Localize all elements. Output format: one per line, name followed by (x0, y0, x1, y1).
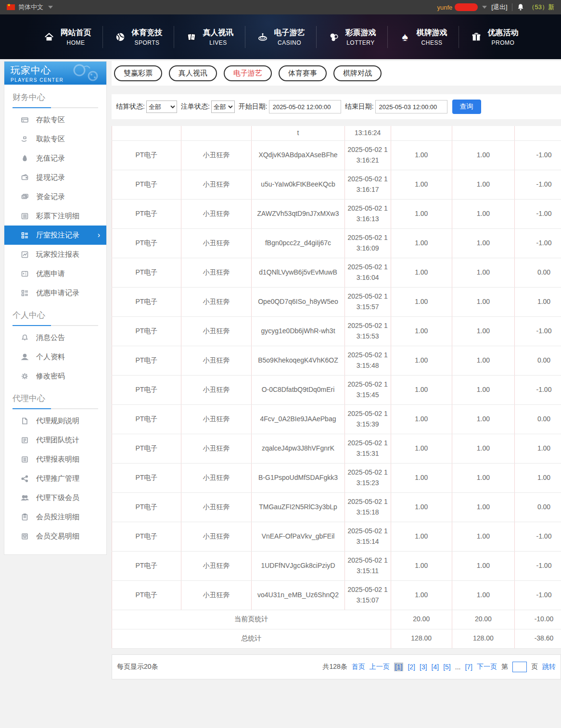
cell-win-loss: -1.00 (515, 228, 561, 258)
sidebar-item-label: 优惠申请 (36, 269, 65, 278)
cell-bet: 1.00 (391, 463, 452, 492)
gear-icon (21, 372, 29, 380)
cell-game: 小丑狂奔 (181, 375, 252, 404)
tab[interactable]: 体育赛事 (279, 65, 327, 81)
sidebar-item-label: 个人资料 (36, 352, 65, 362)
cell-game: 小丑狂奔 (181, 492, 252, 522)
jump-prefix: 第 (501, 663, 508, 671)
sidebar-item-label: 玩家投注报表 (36, 250, 79, 259)
nav-item-promo[interactable]: 优惠活动PROMO (459, 28, 530, 46)
jump-button[interactable]: 跳转 (542, 663, 556, 671)
cell-venue: PT电子 (112, 140, 181, 170)
nav-item-home[interactable]: 网站首页HOME (32, 28, 102, 46)
table-row: PT电子 小丑狂奔 TMGauZFI2N5RlC3y3bLp 2025-05-0… (112, 492, 561, 522)
sidebar-item[interactable]: 取款专区 (4, 129, 106, 149)
cell-datetime: 2025-05-02 13:15:39 (344, 404, 391, 434)
tab[interactable]: 电子游艺 (224, 65, 272, 81)
cell-datetime: 2025-05-02 13:15:07 (344, 580, 391, 610)
chess-icon: ♠ (399, 31, 411, 43)
tab[interactable]: 棋牌对战 (333, 65, 382, 81)
sidebar-item[interactable]: 代理团队统计 (4, 430, 106, 450)
sidebar-item[interactable]: 修改密码 (4, 366, 106, 386)
page-link[interactable]: [2] (408, 663, 415, 671)
sidebar-item[interactable]: 玩家投注报表 (4, 245, 106, 264)
sidebar-item[interactable]: 消息公告 (4, 328, 106, 347)
next-page-link[interactable]: 下一页 (477, 663, 497, 671)
cell-datetime: 2025-05-02 13:15:53 (344, 316, 391, 346)
sidebar-item[interactable]: 优惠申请 (4, 264, 106, 283)
table-row-partial: t 13:16:24 (112, 126, 561, 140)
page-link[interactable]: [3] (420, 663, 427, 671)
nav-label-en: LIVES (203, 39, 234, 46)
sidebar-item[interactable]: 厅室投注记录› (4, 226, 106, 245)
start-date-input[interactable] (269, 100, 341, 113)
search-button[interactable]: 查询 (452, 100, 481, 114)
order-status-select[interactable]: 全部 (211, 100, 235, 113)
ticket-icon (21, 270, 29, 278)
language-selector[interactable]: 简体中文 (18, 3, 43, 12)
cell-valid-bet: 1.00 (452, 140, 514, 170)
sidebar-item[interactable]: 充值记录 (4, 149, 106, 168)
sidebar-item-label: 消息公告 (36, 333, 65, 342)
sidebar-item[interactable]: 彩票下注明细 (4, 206, 106, 226)
nav-item-casino[interactable]: 电子游艺CASINO (245, 28, 316, 46)
sidebar-item[interactable]: 会员交易明细 (4, 527, 106, 546)
sidebar-item[interactable]: 代理推广管理 (4, 469, 106, 488)
bell-icon[interactable] (517, 3, 524, 11)
cell-game: 小丑狂奔 (181, 199, 252, 228)
cell-valid-bet: 1.00 (452, 522, 514, 551)
page-link[interactable]: [7] (465, 663, 472, 671)
page-link[interactable]: [4] (432, 663, 439, 671)
nav-label-en: CASINO (274, 39, 305, 46)
cell-order-id: ZAWZVh53qtD9nJ7xMXw3 (252, 199, 344, 228)
tab[interactable]: 真人视讯 (169, 65, 217, 81)
divider (512, 3, 512, 11)
bet-records-table-wrap: t 13:16:24PT电子 小丑狂奔 XQdjvK9ABdpaXAseBFhe… (112, 126, 561, 649)
page-link[interactable]: [1] (394, 663, 404, 671)
cell-venue: PT电子 (112, 316, 181, 346)
sidebar-item-label: 代理团队统计 (36, 436, 79, 445)
page-link[interactable]: [5] (443, 663, 451, 671)
cell-venue: PT电子 (112, 434, 181, 463)
cell-bet: 1.00 (391, 316, 452, 346)
list-icon (21, 231, 29, 239)
summary-win-loss: -38.60 (515, 629, 561, 648)
cell-venue: PT电子 (112, 258, 181, 287)
members-icon (21, 494, 29, 502)
cell-win-loss: 1.00 (515, 287, 561, 316)
sidebar-item[interactable]: 存款专区 (4, 110, 106, 129)
sidebar-item[interactable]: 资金记录 (4, 187, 106, 206)
sidebar-item[interactable]: 代理规则说明 (4, 411, 106, 430)
logout-button[interactable]: [退出] (491, 3, 507, 12)
chevron-down-icon[interactable] (48, 6, 53, 9)
cell-venue: PT电子 (112, 580, 181, 610)
tab[interactable]: 雙赢彩票 (114, 65, 162, 81)
nav-item-lives[interactable]: 真人视讯LIVES (174, 28, 245, 46)
cell-order-id: u5u-YaIw0kFtKBeeKQcb (252, 170, 344, 199)
nav-item-lottery[interactable]: 彩票游戏LOTTERY (317, 28, 387, 46)
cell-bet: 1.00 (391, 404, 452, 434)
sidebar-section-title: 个人中心 (4, 302, 106, 325)
sidebar-item-label: 代理规则说明 (36, 416, 79, 426)
sidebar-item-label: 会员交易明细 (36, 532, 79, 541)
chevron-down-icon[interactable] (482, 6, 487, 9)
jump-page-input[interactable] (512, 662, 527, 672)
first-page-link[interactable]: 首页 (352, 663, 365, 671)
sidebar-item[interactable]: 优惠申请记录 (4, 283, 106, 302)
sidebar-item-label: 存款专区 (36, 115, 65, 125)
sidebar-item[interactable]: 代理报表明细 (4, 450, 106, 469)
table-row: PT电子 小丑狂奔 XQdjvK9ABdpaXAseBFhe 2025-05-0… (112, 140, 561, 170)
end-date-input[interactable] (375, 100, 447, 113)
sidebar-item[interactable]: 会员投注明细 (4, 507, 106, 527)
sidebar-item[interactable]: 个人资料 (4, 347, 106, 366)
sidebar-item[interactable]: 提现记录 (4, 168, 106, 187)
settle-status-select[interactable]: 全部 (146, 100, 177, 113)
cell-datetime: 2025-05-02 13:15:18 (344, 492, 391, 522)
prev-page-link[interactable]: 上一页 (370, 663, 390, 671)
nav-item-chess[interactable]: ♠ 棋牌游戏CHESS (388, 28, 459, 46)
notice-count[interactable]: （53）新 (529, 3, 554, 12)
sidebar-item[interactable]: 代理下级会员 (4, 488, 106, 507)
nav-item-sports[interactable]: 体育竞技SPORTS (103, 28, 174, 46)
report-icon (21, 251, 29, 259)
username[interactable]: yunfe (437, 4, 452, 11)
